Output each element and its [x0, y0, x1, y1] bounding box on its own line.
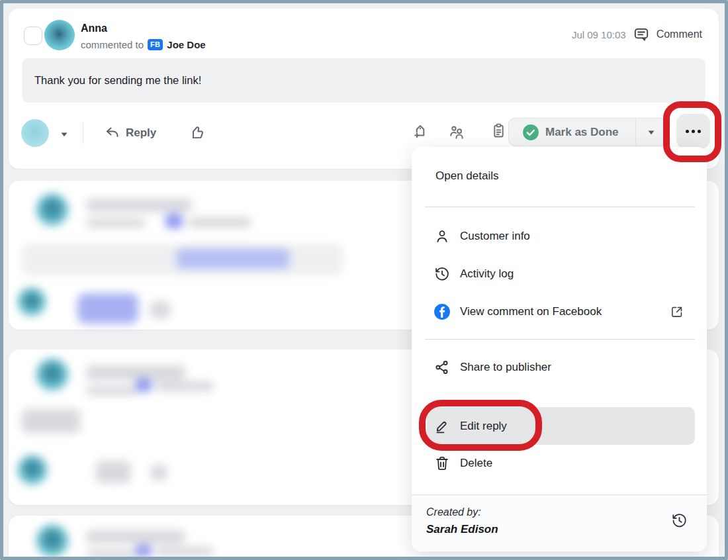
facebook-badge: FB	[148, 39, 163, 50]
more-options-menu: Open details Customer info Activity log	[412, 147, 707, 551]
menu-item-view-on-facebook[interactable]: View comment on Facebook	[412, 293, 707, 330]
reply-label: Reply	[126, 126, 156, 140]
chevron-down-icon[interactable]	[59, 129, 69, 140]
timestamp: Jul 09 10:03	[572, 29, 626, 40]
check-circle-icon	[522, 124, 539, 141]
share-icon	[433, 359, 451, 376]
comment-bubble-icon	[633, 26, 650, 43]
type-label: Comment	[657, 28, 702, 40]
chevron-down-icon[interactable]	[636, 127, 666, 138]
external-link-icon[interactable]	[670, 304, 684, 319]
comment-card: Anna commented to FB Joe Doe Jul 09 10:0…	[9, 9, 719, 169]
menu-item-label: View comment on Facebook	[460, 305, 602, 318]
app-window: Anna commented to FB Joe Doe Jul 09 10:0…	[0, 0, 728, 560]
author-name: Anna	[81, 23, 107, 34]
pencil-icon	[433, 418, 451, 435]
created-by-name: Sarah Edison	[426, 523, 692, 536]
add-tag-button[interactable]	[411, 122, 430, 140]
select-checkbox[interactable]	[24, 26, 42, 45]
menu-item-label: Share to publisher	[460, 361, 551, 374]
menu-item-share-to-publisher[interactable]: Share to publisher	[412, 348, 707, 386]
history-icon[interactable]	[670, 512, 688, 530]
menu-divider	[425, 207, 695, 207]
menu-item-open-details[interactable]: Open details	[435, 169, 498, 183]
reply-as-avatar[interactable]	[21, 119, 49, 147]
reply-button[interactable]: Reply	[105, 125, 156, 141]
created-by-label: Created by:	[426, 506, 692, 518]
recipient-name: Joe Doe	[167, 39, 205, 50]
menu-item-label: Activity log	[460, 267, 514, 281]
user-icon	[433, 228, 451, 245]
trash-icon	[433, 455, 451, 472]
assign-users-button[interactable]	[447, 123, 466, 142]
menu-item-activity-log[interactable]: Activity log	[412, 255, 707, 293]
reply-icon	[105, 125, 120, 141]
menu-footer: Created by: Sarah Edison	[412, 494, 707, 551]
menu-item-delete[interactable]: Delete	[412, 446, 707, 481]
ellipsis-icon	[686, 130, 689, 133]
menu-item-customer-info[interactable]: Customer info	[412, 217, 707, 255]
action-text: commented to	[81, 39, 144, 50]
history-icon	[433, 265, 451, 283]
mark-as-done-button[interactable]: Mark as Done	[508, 118, 667, 146]
menu-item-label: Customer info	[460, 230, 530, 243]
toolbar-divider	[83, 122, 83, 144]
menu-item-edit-reply[interactable]: Edit reply	[427, 407, 695, 445]
facebook-icon	[433, 303, 451, 320]
menu-divider	[425, 339, 695, 340]
mark-as-done-label: Mark as Done	[545, 126, 619, 139]
menu-item-label: Delete	[460, 457, 492, 470]
avatar	[44, 20, 75, 50]
clipboard-note-button[interactable]	[490, 122, 508, 140]
like-button[interactable]	[189, 124, 206, 141]
more-options-button[interactable]	[676, 114, 710, 149]
comment-message: Thank you for sending me the link!	[22, 58, 705, 103]
menu-item-label: Edit reply	[460, 420, 507, 433]
